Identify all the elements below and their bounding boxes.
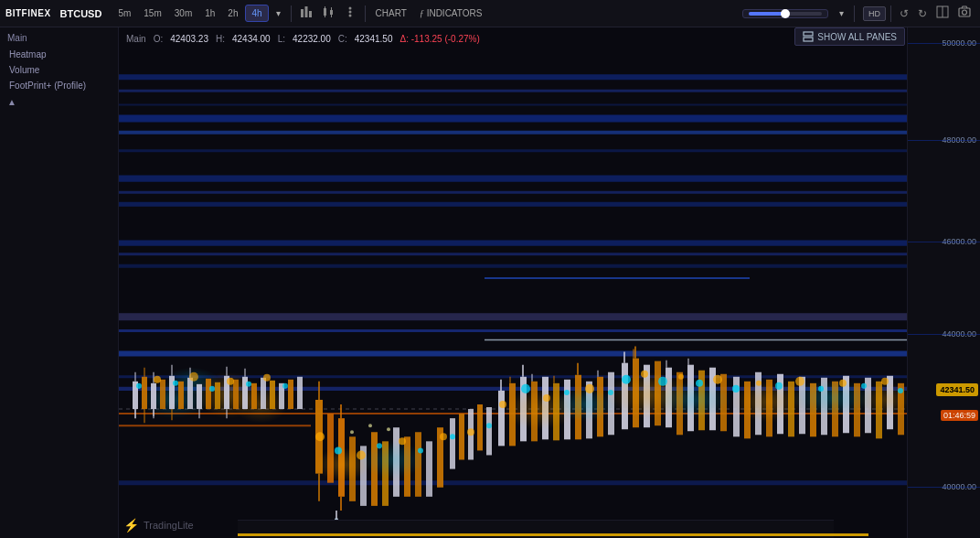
tf-15m-btn[interactable]: 15m [138,5,166,21]
separator-1 [291,5,292,22]
footprint-item[interactable]: FootPrint+ (Profile) [0,78,118,93]
yellow-progress-line [238,533,868,536]
pair-label: BTCUSD [60,8,102,19]
svg-point-107 [440,433,447,440]
separator-3 [854,5,855,22]
svg-point-76 [173,381,178,386]
svg-rect-56 [197,384,202,409]
svg-rect-3 [324,8,326,16]
main-section-header[interactable]: Main [0,29,118,47]
brand-label: BITFINEX [5,8,51,18]
svg-point-156 [641,371,648,378]
tf-dropdown-btn[interactable]: ▾ [271,5,286,21]
svg-point-101 [315,432,325,441]
svg-rect-115 [486,407,492,455]
svg-rect-54 [178,382,184,409]
volume-item[interactable]: Volume [0,62,118,78]
more-chart-types-btn[interactable] [340,3,360,24]
svg-point-136 [521,384,530,393]
show-all-panes-btn[interactable]: SHOW ALL PANES [794,27,905,46]
tf-dropdown2-btn[interactable]: ▾ [834,5,849,21]
svg-rect-62 [251,383,257,409]
svg-point-180 [732,385,740,393]
svg-rect-97 [426,441,432,496]
svg-point-139 [585,384,594,393]
svg-rect-112 [459,414,464,459]
tf-4h-btn[interactable]: 4h [245,5,268,22]
tf-2h-btn[interactable]: 2h [222,5,243,21]
svg-point-155 [622,375,631,384]
left-panel: Main Heatmap Volume FootPrint+ (Profile)… [0,27,119,538]
chart-area[interactable]: Main O: 42403.23 H: 42434.00 L: 42232.00… [119,27,907,538]
svg-point-15 [963,10,967,15]
high-value: 42434.00 [232,34,271,44]
delta-value: Δ: -113.25 (-0.27%) [399,34,479,44]
tf-1h-btn[interactable]: 1h [199,5,220,21]
chart-svg [119,49,907,520]
replay-slider[interactable] [749,12,822,16]
chart-label-btn[interactable]: CHART [370,5,412,21]
svg-point-10 [348,11,351,14]
panes-icon [803,31,814,42]
svg-point-154 [658,382,731,418]
slider-container[interactable] [742,9,828,18]
tf-5m-btn[interactable]: 5m [112,5,136,21]
collapse-btn[interactable]: ▲ [0,93,118,111]
svg-point-160 [713,375,722,384]
svg-rect-111 [450,418,455,468]
svg-point-187 [881,378,889,385]
redo-btn[interactable]: ↻ [914,5,931,23]
svg-point-158 [678,374,684,380]
svg-point-183 [795,377,804,386]
svg-rect-60 [233,380,239,409]
svg-point-103 [357,450,366,459]
svg-rect-53 [169,376,175,409]
svg-rect-1 [304,6,307,17]
branding-text: TradingLite [144,520,194,531]
current-price-badge: 42341.50 [936,383,978,396]
main-ohlc-label: Main [126,34,146,44]
svg-point-116 [450,434,455,439]
layout-btn[interactable] [932,3,953,24]
chart-canvas[interactable] [119,49,907,520]
svg-point-138 [564,390,570,395]
candlestick-icon-btn[interactable] [318,3,338,24]
svg-point-78 [209,386,215,392]
ohlc-bar: Main O: 42403.23 H: 42434.00 L: 42232.00… [119,27,907,49]
scale-line-44000 [908,334,980,335]
svg-point-134 [553,388,617,421]
tf-30m-btn[interactable]: 30m [169,5,197,21]
main-label: Main [7,33,27,43]
svg-rect-0 [301,9,304,17]
main-toolbar: BITFINEX BTCUSD 5m 15m 30m 1h 2h 4h ▾ [0,0,980,27]
scale-line-48000 [908,140,980,141]
price-scale: 50000.00 48000.00 46000.00 44000.00 4234… [907,27,980,538]
svg-rect-14 [959,8,970,16]
svg-point-186 [861,383,867,389]
svg-point-118 [486,423,492,428]
show-panes-label: SHOW ALL PANES [817,32,897,42]
svg-point-74 [136,383,142,389]
svg-rect-16 [804,32,813,36]
scale-line-46000 [908,242,980,242]
svg-point-79 [227,378,234,385]
undo-btn[interactable]: ↺ [896,5,912,23]
svg-point-182 [775,382,783,390]
svg-rect-17 [804,38,813,41]
svg-point-184 [818,386,824,392]
svg-point-117 [467,428,474,436]
svg-rect-57 [206,379,211,409]
indicators-btn[interactable]: ƒ INDICATORS [414,5,488,21]
low-label: L: [278,34,285,44]
svg-rect-63 [261,378,266,409]
svg-rect-119 [498,391,505,446]
separator-2 [365,5,366,22]
heatmap-item[interactable]: Heatmap [0,47,118,62]
screenshot-btn[interactable] [954,3,975,24]
bar-chart-icon-btn[interactable] [296,3,316,24]
svg-point-108 [350,430,354,434]
time-axis [238,520,834,538]
svg-rect-55 [187,378,193,409]
close-label: C: [338,34,347,44]
svg-point-181 [756,381,762,386]
